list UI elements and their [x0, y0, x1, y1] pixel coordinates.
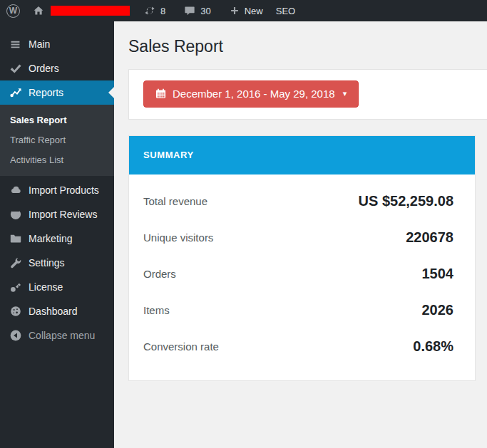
metric-label: Total revenue	[143, 195, 207, 207]
updates-menu[interactable]: 8	[138, 0, 172, 21]
sidebar-item-label: Import Products	[29, 184, 99, 196]
submenu-item-activities-list[interactable]: Activities List	[0, 150, 114, 170]
submenu-item-sales-report[interactable]: Sales Report	[0, 110, 114, 130]
summary-row-items: Items 2026	[129, 292, 475, 328]
gauge-icon	[9, 305, 22, 318]
sidebar-item-import-products[interactable]: Import Products	[0, 178, 114, 202]
sidebar-item-collapse-menu[interactable]: Collapse menu	[0, 323, 114, 348]
sidebar-item-orders[interactable]: Orders	[0, 56, 114, 80]
sidebar-item-reports[interactable]: Reports	[0, 80, 114, 105]
check-icon	[9, 62, 22, 75]
home-icon	[33, 5, 44, 16]
content-area: Sales Report December 1, 2016 - May 29, …	[114, 21, 487, 448]
seo-menu[interactable]: SEO	[270, 0, 302, 21]
updates-icon	[144, 5, 155, 16]
key-icon	[9, 281, 22, 294]
summary-panel: SUMMARY Total revenue US $52,259.08 Uniq…	[128, 135, 476, 381]
sidebar-item-import-reviews[interactable]: Import Reviews	[0, 202, 114, 226]
sidebar-item-label: Orders	[29, 63, 59, 74]
cloud-icon	[9, 184, 22, 197]
admin-sidebar: Main Orders Reports Sales Report Traffic…	[0, 21, 114, 448]
sidebar-item-label: Main	[29, 38, 50, 50]
comments-menu[interactable]: 30	[178, 0, 217, 21]
sidebar-item-main[interactable]: Main	[0, 32, 114, 56]
updates-count: 8	[160, 6, 165, 16]
sidebar-item-label: Import Reviews	[29, 209, 97, 220]
metric-value: 1504	[422, 266, 454, 282]
reports-submenu: Sales Report Traffic Report Activities L…	[0, 105, 114, 176]
comment-icon	[184, 5, 195, 16]
active-menu-arrow	[108, 87, 114, 98]
sidebar-item-license[interactable]: License	[0, 275, 114, 299]
wrench-icon	[9, 256, 22, 270]
metric-value: US $52,259.08	[359, 193, 453, 209]
sidebar-item-dashboard[interactable]: Dashboard	[0, 299, 114, 323]
chart-icon	[9, 86, 22, 100]
metric-label: Unique visitors	[143, 231, 213, 244]
submenu-item-label: Sales Report	[10, 115, 66, 125]
metric-value: 2026	[422, 302, 454, 318]
metric-value: 0.68%	[413, 338, 453, 355]
sidebar-item-settings[interactable]: Settings	[0, 251, 114, 275]
sidebar-item-label: Settings	[29, 257, 65, 269]
wordpress-logo-icon: W	[6, 4, 20, 18]
smiley-icon	[9, 208, 22, 222]
menu-icon	[9, 38, 22, 51]
metric-label: Items	[143, 304, 170, 316]
seo-label: SEO	[276, 6, 295, 16]
date-range-label: December 1, 2016 - May 29, 2018	[173, 88, 335, 100]
site-name-redaction	[51, 6, 130, 16]
submenu-item-label: Activities List	[10, 155, 63, 165]
site-name-menu[interactable]	[26, 0, 136, 21]
calendar-icon	[155, 88, 166, 99]
date-range-button[interactable]: December 1, 2016 - May 29, 2018 ▾	[143, 80, 359, 108]
sidebar-item-label: Marketing	[29, 233, 72, 244]
wordpress-menu[interactable]: W	[0, 0, 26, 21]
folder-icon	[9, 232, 22, 246]
sidebar-item-label: Dashboard	[29, 306, 78, 317]
summary-row-conversion-rate: Conversion rate 0.68%	[129, 328, 475, 365]
comments-count: 30	[200, 6, 210, 16]
collapse-arrow-icon	[9, 329, 22, 343]
chevron-down-icon: ▾	[343, 89, 347, 98]
plus-icon	[230, 6, 240, 16]
admin-bar: W 8 30 New SEO	[0, 0, 487, 21]
summary-panel-body: Total revenue US $52,259.08 Unique visit…	[129, 174, 475, 380]
metric-label: Conversion rate	[143, 340, 219, 353]
sidebar-item-label: Collapse menu	[29, 330, 95, 341]
submenu-item-traffic-report[interactable]: Traffic Report	[0, 130, 114, 150]
date-filter-card: December 1, 2016 - May 29, 2018 ▾	[128, 69, 487, 120]
page-title: Sales Report	[128, 37, 487, 57]
sidebar-item-label: License	[29, 281, 63, 293]
summary-panel-header: SUMMARY	[129, 136, 475, 174]
new-content-menu[interactable]: New	[223, 0, 270, 21]
summary-row-unique-visitors: Unique visitors 220678	[129, 219, 475, 256]
new-label: New	[245, 6, 263, 16]
submenu-item-label: Traffic Report	[10, 135, 66, 145]
metric-label: Orders	[143, 268, 176, 280]
metric-value: 220678	[406, 229, 453, 246]
sidebar-item-marketing[interactable]: Marketing	[0, 226, 114, 251]
sidebar-item-label: Reports	[29, 87, 63, 98]
summary-row-orders: Orders 1504	[129, 256, 475, 292]
summary-row-total-revenue: Total revenue US $52,259.08	[129, 183, 475, 219]
